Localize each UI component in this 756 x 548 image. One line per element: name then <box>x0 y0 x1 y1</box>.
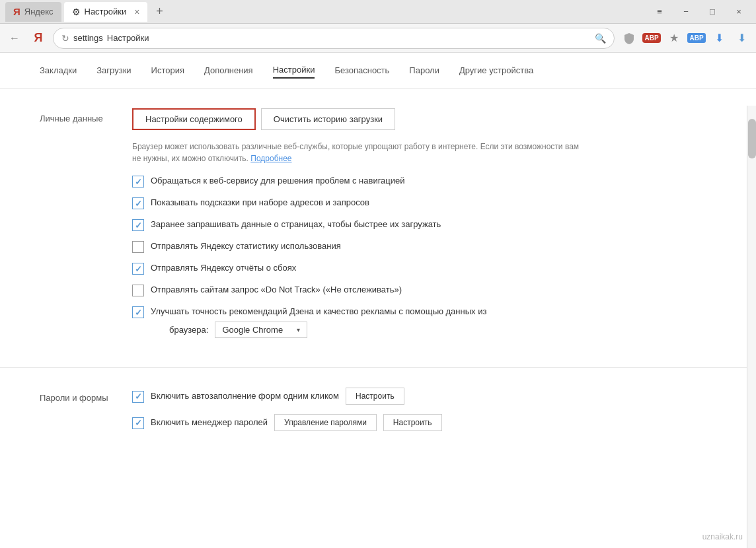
password-manager-item: ✓ Включить менеджер паролей Управление п… <box>132 414 707 431</box>
tab-active-label: Настройки <box>85 7 127 17</box>
download-icon[interactable]: ⬇ <box>732 29 751 48</box>
tab-settings-nav[interactable]: Настройки <box>273 62 315 79</box>
manage-passwords-button[interactable]: Управление паролями <box>274 414 377 431</box>
password-autofill-item: ✓ Включить автозаполнение форм одним кли… <box>132 388 707 405</box>
checkbox-show-hints-label: Показывать подсказки при наборе адресов … <box>151 197 369 209</box>
zen-quality-content: Улучшать точность рекомендаций Дзена и к… <box>151 306 486 338</box>
autofill-configure-button[interactable]: Настроить <box>346 388 404 405</box>
password-manager-label: Включить менеджер паролей <box>151 417 268 428</box>
titlebar: Я Яндекс ⚙ Настройки × + ≡ − □ × <box>0 0 756 24</box>
checkbox-show-hints-input[interactable]: ✓ <box>132 197 144 209</box>
translate2-icon[interactable]: ⬇ <box>710 29 728 48</box>
browser-dropdown-row: браузера: Google Chrome ▾ <box>169 322 486 338</box>
menu-button[interactable]: ≡ <box>648 2 671 22</box>
section-body-personal: Настройки содержимого Очистить историю з… <box>132 108 687 347</box>
autofill-checkbox[interactable]: ✓ <box>132 391 144 403</box>
close-button[interactable]: × <box>727 2 751 22</box>
autofill-label: Включить автозаполнение форм одним клико… <box>151 390 339 402</box>
refresh-icon[interactable]: ↻ <box>61 33 69 44</box>
content-settings-button[interactable]: Настройки содержимого <box>132 108 256 130</box>
nav-tabs: Закладки Загрузки История Дополнения Нас… <box>0 53 756 88</box>
dropdown-arrow-icon: ▾ <box>297 326 300 333</box>
browser-dropdown-value: Google Chrome <box>222 325 283 335</box>
shield-icon[interactable] <box>620 29 638 48</box>
checkbox-nav-problems-label: Обращаться к веб-сервису для решения про… <box>151 175 405 187</box>
yandex-logo: Я <box>29 29 48 48</box>
section-body-passwords: ✓ Включить автозаполнение форм одним кли… <box>132 388 707 440</box>
checkbox-prefetch: ✓ Заранее запрашивать данные о страницах… <box>132 219 687 231</box>
section-label-personal: Личные данные <box>40 108 132 347</box>
settings-gear-icon: ⚙ <box>72 7 81 17</box>
tab-other-devices[interactable]: Другие устройства <box>459 63 533 78</box>
addressbar: ← Я ↻ settings Настройки 🔍 ABP ★ АВР ⬇ ⬇ <box>0 24 756 53</box>
tab-passwords-nav[interactable]: Пароли <box>409 63 439 78</box>
maximize-button[interactable]: □ <box>700 2 724 22</box>
checkbox-zen-quality-input[interactable]: ✓ <box>132 306 144 318</box>
back-button[interactable]: ← <box>5 29 24 48</box>
checkbox-send-stats: Отправлять Яндексу статистику использова… <box>132 240 687 253</box>
content-buttons-row: Настройки содержимого Очистить историю з… <box>132 108 687 130</box>
checkbox-send-reports-input[interactable]: ✓ <box>132 263 144 275</box>
url-text: settings <box>73 33 103 43</box>
tab-close-icon[interactable]: × <box>134 7 139 17</box>
password-manager-checkbox[interactable]: ✓ <box>132 417 144 429</box>
description-text: Браузер может использовать различные веб… <box>132 141 582 164</box>
checkbox-prefetch-input[interactable]: ✓ <box>132 219 144 231</box>
toolbar-icons: ABP ★ АВР ⬇ ⬇ <box>620 29 751 48</box>
checkbox-send-reports: ✓ Отправлять Яндексу отчёты о сбоях <box>132 262 687 275</box>
checkbox-show-hints: ✓ Показывать подсказки при наборе адресо… <box>132 197 687 209</box>
checkbox-nav-problems: ✓ Обращаться к веб-сервису для решения п… <box>132 175 687 188</box>
browser-dropdown[interactable]: Google Chrome ▾ <box>215 322 307 338</box>
watermark: uznaikak.ru <box>702 532 743 541</box>
passwords-section: Пароли и формы ✓ Включить автозаполнение… <box>0 368 747 460</box>
checkbox-zen-quality: ✓ Улучшать точность рекомендаций Дзена и… <box>132 306 687 338</box>
checkbox-send-stats-label: Отправлять Яндексу статистику использова… <box>151 240 341 252</box>
checkbox-do-not-track-input[interactable] <box>132 285 144 296</box>
tab-security[interactable]: Безопасность <box>334 63 389 78</box>
minimize-button[interactable]: − <box>674 2 698 22</box>
settings-body: Личные данные Настройки содержимого Очис… <box>0 88 756 548</box>
personal-data-section: Личные данные Настройки содержимого Очис… <box>0 88 727 367</box>
checkbox-nav-problems-input[interactable]: ✓ <box>132 176 144 188</box>
bookmark-star-icon[interactable]: ★ <box>665 29 683 48</box>
checkbox-send-reports-label: Отправлять Яндексу отчёты о сбоях <box>151 262 296 274</box>
scrollbar-thumb[interactable] <box>748 119 756 158</box>
url-bar[interactable]: ↻ settings Настройки 🔍 <box>53 28 615 49</box>
browser-dropdown-label: браузера: <box>169 325 208 335</box>
clear-history-button[interactable]: Очистить историю загрузки <box>261 108 395 130</box>
tab-settings[interactable]: ⚙ Настройки × <box>64 2 148 22</box>
tab-bookmarks[interactable]: Закладки <box>40 63 77 78</box>
configure-passwords-button[interactable]: Настроить <box>383 414 442 431</box>
checkbox-send-stats-input[interactable] <box>132 241 144 253</box>
checkbox-zen-quality-label: Улучшать точность рекомендаций Дзена и к… <box>151 306 486 316</box>
checkbox-do-not-track-label: Отправлять сайтам запрос «Do Not Track» … <box>151 284 402 296</box>
translate-icon[interactable]: АВР <box>687 29 706 48</box>
section-label-passwords: Пароли и формы <box>40 388 132 440</box>
more-link[interactable]: Подробнее <box>250 154 291 163</box>
tab-yandex[interactable]: Я Яндекс <box>5 2 61 22</box>
window-controls: ≡ − □ × <box>648 2 751 22</box>
yandex-tab-logo: Я <box>13 6 20 17</box>
tab-extensions[interactable]: Дополнения <box>204 63 253 78</box>
tab-inactive-label: Яндекс <box>24 7 54 17</box>
abp-icon[interactable]: ABP <box>642 29 661 48</box>
main-content: Закладки Загрузки История Дополнения Нас… <box>0 53 756 548</box>
checkbox-prefetch-label: Заранее запрашивать данные о страницах, … <box>151 219 441 230</box>
new-tab-button[interactable]: + <box>150 3 169 21</box>
search-icon[interactable]: 🔍 <box>595 33 606 44</box>
url-title: Настройки <box>107 33 149 43</box>
scrollbar-track[interactable] <box>747 106 756 548</box>
checkbox-do-not-track: Отправлять сайтам запрос «Do Not Track» … <box>132 284 687 296</box>
tab-history[interactable]: История <box>151 63 184 78</box>
tab-downloads[interactable]: Загрузки <box>96 63 131 78</box>
